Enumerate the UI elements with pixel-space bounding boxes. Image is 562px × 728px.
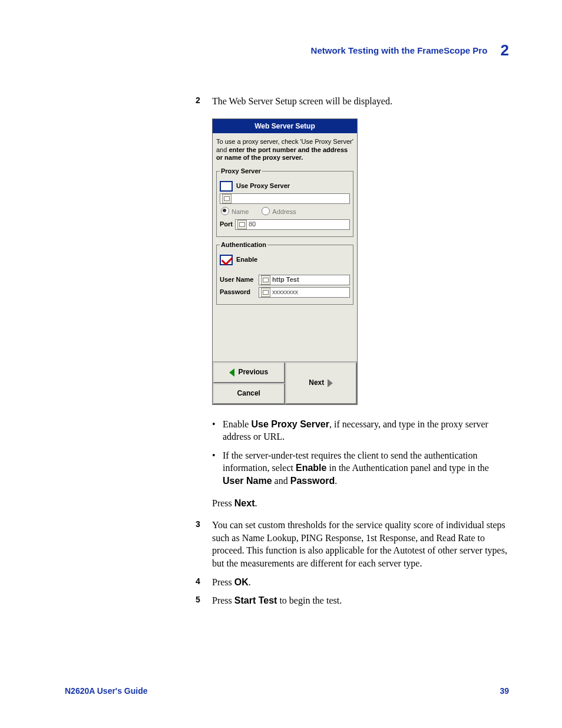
- keyboard-icon: [222, 194, 232, 203]
- username-label: User Name: [220, 275, 256, 284]
- authentication-group: Authentication Enable User Name http Tes…: [216, 241, 353, 305]
- step-4: 4 Press OK.: [212, 576, 509, 589]
- content: 2 The Web Server Setup screen will be di…: [212, 95, 509, 607]
- enable-label: Enable: [236, 255, 257, 264]
- step-5: 5 Press Start Test to begin the test.: [212, 594, 509, 607]
- screen-title: Web Server Setup: [213, 119, 357, 133]
- instruction-text: To use a proxy server, check 'Use Proxy …: [216, 138, 353, 162]
- press-next: Press Next.: [212, 497, 509, 510]
- address-radio-option[interactable]: Address: [262, 207, 296, 216]
- arrow-left-icon: [229, 368, 234, 377]
- page-header: Network Testing with the FrameScope Pro …: [65, 41, 509, 60]
- keyboard-icon: [261, 288, 270, 297]
- header-title: Network Testing with the FrameScope Pro: [311, 45, 488, 55]
- chapter-number: 2: [501, 41, 509, 59]
- enable-auth-checkbox[interactable]: [220, 255, 233, 265]
- next-button[interactable]: Next: [285, 362, 358, 404]
- page-footer: N2620A User's Guide 39: [65, 686, 509, 696]
- use-proxy-checkbox[interactable]: [220, 181, 233, 192]
- step-2-text: The Web Server Setup screen will be disp…: [212, 96, 392, 106]
- step-3-num: 3: [196, 519, 200, 530]
- step-3-text: You can set custom thresholds for the se…: [212, 520, 507, 568]
- button-area: Previous Next Cancel: [213, 361, 357, 404]
- footer-guide: N2620A User's Guide: [65, 686, 148, 696]
- radio-icon: [221, 207, 229, 215]
- keyboard-icon: [237, 220, 247, 229]
- cancel-button[interactable]: Cancel: [213, 383, 285, 404]
- bullet-1: Enable Use Proxy Server, if necessary, a…: [212, 418, 509, 443]
- password-label: Password: [220, 288, 256, 297]
- proxy-address-input[interactable]: [220, 193, 350, 204]
- port-label: Port: [220, 220, 233, 229]
- screen-body: To use a proxy server, check 'Use Proxy …: [213, 133, 357, 361]
- previous-button[interactable]: Previous: [213, 362, 285, 383]
- step-3: 3 You can set custom thresholds for the …: [212, 519, 509, 569]
- bullet-2: If the server-under-test requires the cl…: [212, 449, 509, 487]
- web-server-setup-screen: Web Server Setup To use a proxy server, …: [212, 118, 358, 405]
- proxy-legend: Proxy Server: [220, 167, 262, 176]
- step-2-num: 2: [196, 95, 200, 106]
- username-input[interactable]: http Test: [259, 275, 350, 285]
- radio-icon: [262, 207, 270, 215]
- step-4-num: 4: [196, 576, 200, 587]
- proxy-server-group: Proxy Server Use Proxy Server Name Addre…: [216, 167, 353, 237]
- name-radio-option[interactable]: Name: [221, 207, 249, 216]
- step-2: 2 The Web Server Setup screen will be di…: [212, 95, 509, 108]
- embedded-screenshot: Web Server Setup To use a proxy server, …: [212, 118, 509, 405]
- use-proxy-label: Use Proxy Server: [236, 182, 290, 190]
- password-input[interactable]: xxxxxxxx: [259, 287, 350, 298]
- bullet-list: Enable Use Proxy Server, if necessary, a…: [212, 418, 509, 487]
- keyboard-icon: [261, 275, 270, 285]
- arrow-right-icon: [328, 379, 333, 387]
- port-input[interactable]: 80: [235, 219, 350, 230]
- step-5-num: 5: [196, 594, 200, 605]
- page: Network Testing with the FrameScope Pro …: [0, 0, 562, 728]
- footer-page: 39: [500, 686, 509, 696]
- auth-legend: Authentication: [220, 241, 267, 249]
